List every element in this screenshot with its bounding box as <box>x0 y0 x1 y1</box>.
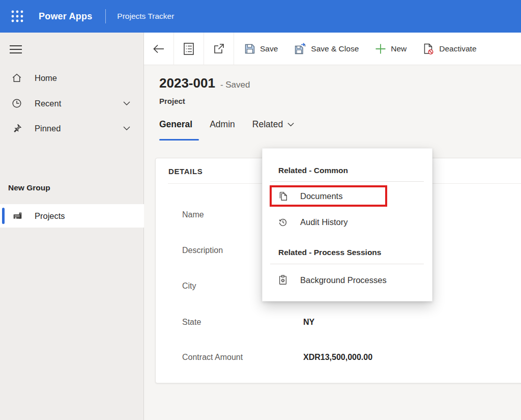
chevron-down-icon <box>287 121 295 128</box>
save-label: Save <box>260 44 278 53</box>
form-icon <box>183 42 194 55</box>
sidebar-item-recent[interactable]: Recent <box>0 91 144 116</box>
clock-icon <box>11 98 22 109</box>
record-header: 2023-001 - Saved <box>159 75 250 91</box>
tab-label: Related <box>252 119 283 130</box>
sidebar-item-home[interactable]: Home <box>0 65 144 91</box>
record-save-status: - Saved <box>220 80 250 90</box>
menu-item-label: Background Processes <box>300 275 387 285</box>
tab-label: General <box>159 119 192 130</box>
related-dropdown-menu: Related - Common Documents Audit History <box>262 148 432 301</box>
sidebar-item-label: Home <box>35 73 57 83</box>
menu-item-documents[interactable]: Documents <box>270 185 424 207</box>
top-app-bar: Power Apps Projects Tracker <box>0 0 521 33</box>
tab-related[interactable]: Related <box>252 119 295 130</box>
field-row-state[interactable]: State NY <box>182 316 508 329</box>
form-selector-button[interactable] <box>174 33 204 65</box>
power-apps-window: Power Apps Projects Tracker Home Recent … <box>0 0 521 420</box>
menu-item-audit-history[interactable]: Audit History <box>270 211 424 233</box>
record-title: 2023-001 <box>159 75 215 91</box>
menu-item-background-processes[interactable]: Background Processes <box>270 269 424 291</box>
save-icon <box>244 43 255 54</box>
back-arrow-icon <box>153 44 165 54</box>
form-tabs: General Admin Related <box>159 119 295 130</box>
chevron-down-icon[interactable] <box>123 124 131 132</box>
menu-section-header-common: Related - Common <box>278 166 348 175</box>
deactivate-button[interactable]: Deactivate <box>415 33 484 65</box>
app-launcher-waffle-icon[interactable] <box>10 9 24 23</box>
save-close-icon <box>294 43 306 55</box>
save-button[interactable]: Save <box>236 33 286 65</box>
menu-section-header-process-sessions: Related - Process Sessions <box>278 248 381 257</box>
deactivate-icon <box>423 43 435 55</box>
sidebar-item-label: Recent <box>35 99 61 108</box>
waffle-icon <box>11 10 24 23</box>
details-section-header: DETAILS <box>168 167 202 176</box>
tab-admin[interactable]: Admin <box>210 119 235 130</box>
site-map-sidebar: Home Recent Pinned New Group <box>0 33 144 420</box>
sidebar-item-pinned[interactable]: Pinned <box>0 116 144 141</box>
tab-label: Admin <box>210 119 235 130</box>
plus-icon <box>375 43 386 54</box>
audit-history-icon <box>277 216 288 228</box>
record-entity-type: Project <box>159 97 185 105</box>
menu-item-label: Documents <box>300 191 342 201</box>
home-icon <box>11 72 22 83</box>
commandbar-separator <box>234 33 234 65</box>
field-value[interactable]: NY <box>303 318 314 327</box>
hamburger-menu-icon[interactable] <box>9 43 24 56</box>
popout-button[interactable] <box>204 33 234 65</box>
save-and-close-button[interactable]: Save & Close <box>286 33 367 65</box>
field-label: State <box>182 318 303 327</box>
menu-divider <box>270 264 424 264</box>
selected-accent-bar <box>2 208 5 224</box>
field-value[interactable]: XDR13,500,000.00 <box>303 353 372 362</box>
active-tab-underline <box>159 139 199 141</box>
menu-divider <box>270 181 424 182</box>
topbar-divider <box>105 9 106 23</box>
new-button[interactable]: New <box>367 33 415 65</box>
sidebar-group-header: New Group <box>8 183 50 192</box>
menu-item-label: Audit History <box>300 217 348 227</box>
app-name: Projects Tracker <box>117 12 174 21</box>
new-label: New <box>391 44 407 53</box>
field-label: Contract Amount <box>182 353 303 362</box>
command-bar: Save Save & Close New <box>144 33 521 65</box>
popout-icon <box>213 43 225 55</box>
back-button[interactable] <box>144 33 173 65</box>
background-processes-icon <box>277 274 288 286</box>
sidebar-item-label: Pinned <box>35 124 61 133</box>
sidebar-item-label: Projects <box>35 211 65 221</box>
pin-icon <box>11 123 22 134</box>
deactivate-label: Deactivate <box>439 44 476 53</box>
save-and-close-label: Save & Close <box>311 44 359 53</box>
main-content: Save Save & Close New <box>144 33 521 420</box>
field-row-contract-amount[interactable]: Contract Amount XDR13,500,000.00 <box>182 351 508 364</box>
building-icon <box>12 210 23 221</box>
tab-general[interactable]: General <box>159 119 192 130</box>
sidebar-item-projects[interactable]: Projects <box>0 204 144 228</box>
chevron-down-icon[interactable] <box>123 99 131 107</box>
documents-icon <box>277 190 288 202</box>
brand-title[interactable]: Power Apps <box>39 11 92 22</box>
